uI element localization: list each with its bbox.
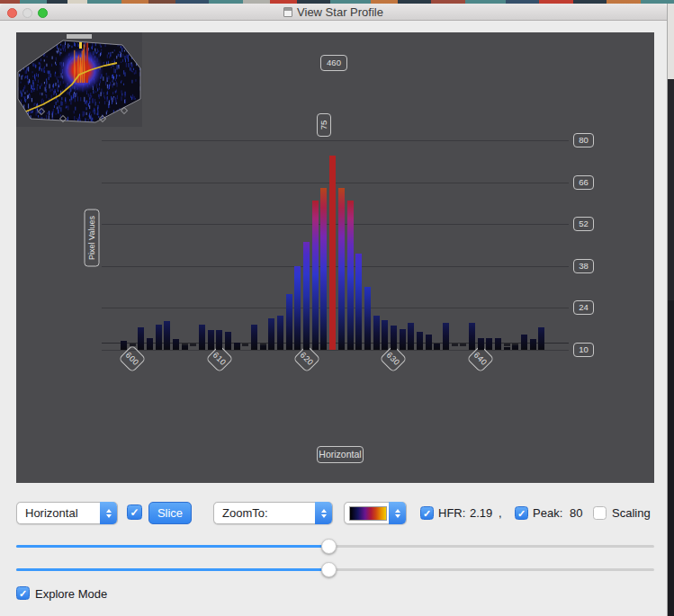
bar — [312, 201, 319, 350]
bar — [347, 201, 354, 350]
popup-stepper-icon — [315, 502, 332, 524]
bar — [426, 335, 432, 350]
bar — [121, 341, 127, 350]
gridline — [102, 350, 569, 351]
hfr-value: 2.19 — [470, 506, 492, 521]
bar — [225, 332, 231, 350]
zoom-to-value: ZoomTo: — [222, 503, 268, 524]
baseline-tick — [452, 344, 458, 346]
bar — [147, 338, 153, 350]
colormap-swatch — [349, 506, 387, 521]
bar — [504, 347, 510, 350]
bar — [320, 188, 327, 350]
peak-label: Peak: — [533, 506, 562, 521]
bar — [208, 330, 214, 350]
explore-mode-checkbox[interactable]: ✓ — [16, 586, 30, 600]
bar — [260, 345, 266, 350]
y-tick-label: 80 — [573, 133, 594, 147]
y-tick-label: 38 — [573, 259, 594, 273]
screen: View Star Profile 460 75 Pixel Values Ho… — [0, 0, 674, 616]
bar — [216, 330, 222, 350]
slider-1[interactable] — [16, 545, 654, 548]
slider-1-thumb[interactable] — [321, 539, 337, 554]
bar — [286, 294, 292, 350]
bar — [408, 323, 414, 350]
slice-direction-select[interactable]: Horizontal — [16, 502, 118, 524]
peak-value-label: 75 — [317, 113, 331, 137]
bar — [173, 339, 179, 350]
slider-2-fill — [16, 568, 328, 571]
baseline-tick — [504, 344, 510, 346]
bar — [355, 254, 362, 350]
star-profile-chart-panel: 460 75 Pixel Values Horizontal 806652382… — [16, 32, 654, 483]
baseline-tick — [460, 344, 466, 346]
baseline-tick — [190, 344, 196, 346]
y-tick-label: 24 — [573, 300, 594, 315]
y-tick-label: 66 — [573, 175, 594, 190]
bar — [434, 344, 440, 350]
bar — [234, 343, 240, 350]
star-3d-surface-thumbnail[interactable] — [16, 32, 142, 127]
y-tick-label: 52 — [573, 217, 594, 231]
slider-2[interactable] — [16, 568, 654, 571]
baseline-tick — [130, 344, 136, 346]
bar — [138, 327, 144, 350]
gridline — [102, 140, 569, 141]
window-title-area: View Star Profile — [0, 4, 667, 21]
y-axis-title: Pixel Values — [85, 210, 100, 267]
hfr-checkbox[interactable]: ✓ — [420, 506, 434, 520]
bar — [443, 323, 449, 350]
bar — [303, 242, 310, 350]
bar — [486, 338, 492, 350]
titlebar[interactable]: View Star Profile — [0, 4, 667, 21]
popup-stepper-icon — [389, 502, 406, 524]
bar — [251, 325, 257, 350]
bar — [373, 316, 380, 350]
peak-value: 80 — [570, 506, 582, 521]
document-icon — [283, 7, 292, 17]
zoom-to-select[interactable]: ZoomTo: — [213, 502, 333, 524]
desktop-background-right — [668, 4, 674, 616]
bar — [294, 266, 301, 350]
bar — [338, 188, 345, 350]
bar — [512, 345, 518, 350]
bar — [364, 287, 371, 350]
baseline-tick — [242, 344, 248, 346]
explore-mode-label: Explore Mode — [35, 587, 107, 602]
bar — [538, 327, 544, 350]
slice-direction-value: Horizontal — [25, 503, 78, 524]
view-star-profile-window: View Star Profile 460 75 Pixel Values Ho… — [0, 4, 668, 616]
bar — [391, 326, 397, 350]
top-value-label: 460 — [320, 55, 347, 71]
colormap-select[interactable] — [344, 502, 407, 524]
popup-stepper-icon — [100, 502, 117, 524]
bar — [400, 329, 406, 350]
bar — [382, 320, 388, 350]
bar — [530, 339, 536, 350]
y-tick-label: 10 — [573, 343, 594, 357]
scaling-checkbox[interactable]: ✓ — [593, 506, 607, 520]
slider-2-thumb[interactable] — [321, 562, 337, 577]
slice-button[interactable]: Slice — [148, 502, 192, 524]
bar — [521, 335, 527, 350]
bar — [268, 318, 274, 350]
x-axis-title: Horizontal — [317, 446, 364, 463]
bar — [469, 323, 475, 350]
peak-checkbox[interactable]: ✓ — [515, 506, 528, 520]
scaling-label: Scaling — [612, 506, 651, 521]
bar — [495, 338, 501, 350]
hfr-label: HFR: — [438, 506, 465, 521]
bar — [164, 321, 170, 350]
selected-bar — [329, 156, 336, 350]
window-title: View Star Profile — [297, 5, 383, 19]
slider-1-fill — [16, 545, 328, 548]
bar — [156, 325, 162, 350]
bar — [417, 332, 423, 350]
bar — [277, 316, 283, 350]
comma-separator: , — [499, 506, 502, 521]
bar — [182, 345, 188, 350]
bar — [199, 325, 205, 350]
bar — [478, 338, 484, 350]
slice-checkbox[interactable]: ✓ — [127, 504, 142, 520]
